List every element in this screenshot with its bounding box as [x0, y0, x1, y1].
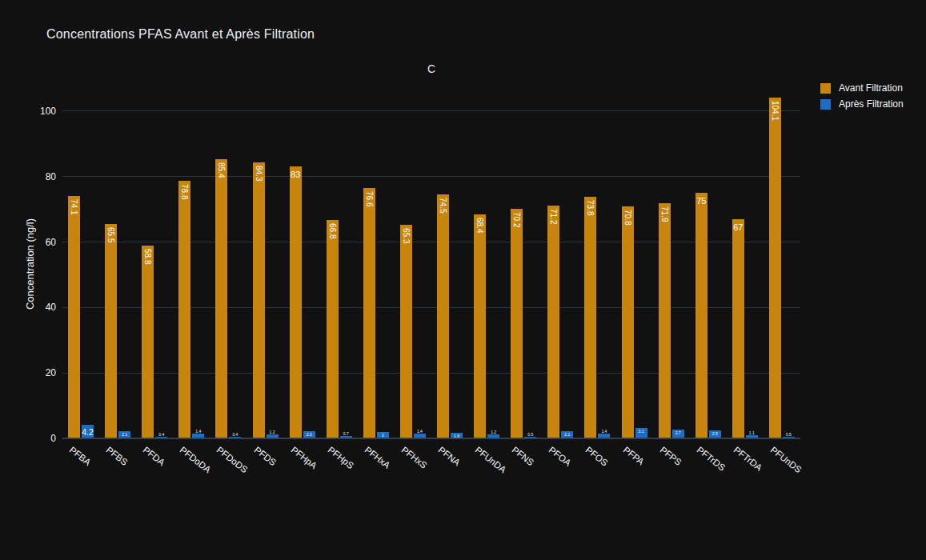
bar-avant-PFDoDS[interactable]	[215, 159, 227, 438]
bar-label-apres-PFDoDS: 0.4	[226, 432, 244, 437]
x-tick-label-PFDS: PFDS	[252, 445, 278, 467]
y-tick-label-40: 40	[24, 302, 56, 313]
bar-avant-PFDS[interactable]	[253, 162, 265, 438]
x-tick-label-PFTrDA: PFTrDA	[732, 445, 764, 473]
x-tick-label-PFUnDS: PFUnDS	[769, 445, 804, 474]
bar-label-avant-PFPA: 70.8	[623, 210, 632, 225]
bar-label-avant-PFUnDS: 104.1	[771, 101, 780, 121]
gridline-20	[62, 373, 800, 374]
bar-avant-PFOS[interactable]	[584, 197, 596, 438]
y-tick-label-0: 0	[24, 433, 56, 444]
bar-label-avant-PFHxS: 65.3	[402, 228, 411, 243]
x-tick-label-PFOS: PFOS	[584, 445, 610, 468]
bar-avant-PFHxS[interactable]	[400, 225, 412, 438]
bar-label-avant-PFOS: 73.8	[586, 200, 595, 215]
bar-avant-PFDoDA[interactable]	[178, 181, 190, 438]
y-axis-title: Concentration (ng/l)	[24, 218, 36, 310]
legend-label-apres: Après Filtration	[839, 98, 904, 110]
x-tick-label-PFHpA: PFHpA	[289, 445, 319, 470]
gridline-100	[62, 110, 800, 111]
bar-avant-PFBA[interactable]	[68, 196, 80, 438]
bar-label-avant-PFOA: 71.2	[549, 209, 558, 224]
bar-avant-PFHxA[interactable]	[363, 188, 375, 438]
bar-avant-PFPA[interactable]	[622, 206, 634, 438]
bar-label-apres-PFHpS: 0.7	[337, 431, 355, 436]
bar-label-apres-PFUnDS: 0.5	[780, 432, 798, 437]
bar-label-apres-PFDA: 0.4	[152, 432, 170, 437]
bar-label-apres-PFUnDA: 1.2	[484, 430, 503, 434]
bar-label-avant-PFDS: 84.3	[255, 166, 263, 181]
bar-label-apres-PFNS: 0.5	[521, 432, 539, 437]
legend-swatch-apres-icon	[820, 99, 831, 110]
bar-label-apres-PFBA: 4.2	[80, 427, 95, 437]
chart-canvas: Concentrations PFAS Avant et Après Filtr…	[0, 0, 926, 560]
x-tick-label-PFHpS: PFHpS	[326, 445, 355, 470]
bar-label-apres-PFHpA: 2.3	[300, 432, 319, 437]
bar-avant-PFOA[interactable]	[547, 206, 559, 438]
bar-label-avant-PFNA: 74.5	[439, 198, 447, 213]
bar-label-apres-PFTrDS: 2.5	[706, 431, 724, 436]
x-tick-label-PFDA: PFDA	[142, 445, 167, 467]
x-tick-label-PFTrDS: PFTrDS	[695, 445, 727, 473]
x-tick-label-PFDoDS: PFDoDS	[215, 445, 250, 474]
gridline-40	[62, 307, 800, 308]
chart-subtitle: C	[62, 62, 800, 75]
bar-avant-PFPS[interactable]	[659, 203, 671, 438]
bar-avant-PFTrDS[interactable]	[696, 193, 708, 438]
bar-label-apres-PFOA: 2.1	[558, 432, 576, 437]
bar-label-apres-PFPA: 3.1	[632, 429, 651, 434]
bar-avant-PFUnDA[interactable]	[474, 214, 486, 438]
y-tick-label-80: 80	[24, 171, 56, 182]
y-tick-label-20: 20	[24, 367, 56, 378]
bar-label-apres-PFPS: 2.7	[669, 430, 687, 435]
bar-avant-PFHpA[interactable]	[290, 166, 302, 438]
x-tick-label-PFHxS: PFHxS	[400, 445, 429, 470]
bar-avant-PFNA[interactable]	[437, 194, 449, 438]
x-tick-label-PFDoDA: PFDoDA	[178, 445, 213, 474]
x-tick-label-PFUnDA: PFUnDA	[474, 445, 508, 474]
bar-avant-PFBS[interactable]	[105, 224, 117, 438]
bar-label-apres-PFBS: 2.1	[115, 432, 134, 437]
bar-label-apres-PFHxS: 1.4	[411, 429, 429, 434]
legend-item-avant-filtration[interactable]: Avant Filtration	[820, 82, 904, 94]
bar-label-avant-PFUnDA: 68.4	[475, 218, 484, 233]
bar-label-avant-PFBA: 74.1	[70, 199, 78, 214]
bar-label-apres-PFDoDA: 1.4	[189, 429, 207, 434]
bar-label-apres-PFOS: 1.4	[595, 429, 613, 434]
x-tick-label-PFOA: PFOA	[547, 445, 573, 468]
bar-avant-PFDA[interactable]	[142, 246, 154, 438]
x-tick-label-PFBA: PFBA	[68, 445, 93, 467]
gridline-80	[62, 176, 800, 177]
bar-label-avant-PFDoDA: 78.8	[180, 184, 189, 199]
bar-label-avant-PFDoDS: 85.4	[217, 162, 226, 178]
bar-label-apres-PFDS: 1.2	[263, 430, 282, 434]
bar-label-avant-PFBS: 65.5	[106, 227, 115, 242]
y-tick-label-100: 100	[24, 106, 56, 117]
bar-label-avant-PFTrDS: 75	[694, 196, 709, 206]
y-tick-label-60: 60	[24, 237, 56, 248]
bar-avant-PFTrDA[interactable]	[732, 219, 744, 438]
plot-area: 02040608010074.14.2PFBA65.52.1PFBS58.80.…	[62, 84, 800, 438]
bar-label-avant-PFDA: 58.8	[143, 249, 152, 264]
bar-label-apres-PFTrDA: 1.1	[743, 430, 761, 435]
chart-title: Concentrations PFAS Avant et Après Filtr…	[46, 27, 315, 42]
bar-label-avant-PFPS: 71.9	[660, 206, 669, 222]
bar-label-avant-PFHpS: 66.8	[328, 223, 337, 238]
x-tick-label-PFPS: PFPS	[658, 445, 683, 467]
x-axis-zeroline	[62, 438, 800, 439]
legend-item-apres-filtration[interactable]: Après Filtration	[820, 98, 904, 110]
bar-label-avant-PFHxA: 76.6	[365, 191, 374, 206]
bar-avant-PFUnDS[interactable]	[769, 98, 781, 438]
legend: Avant Filtration Après Filtration	[820, 82, 904, 114]
x-tick-label-PFBS: PFBS	[105, 445, 130, 467]
gridline-60	[62, 242, 800, 242]
bar-label-avant-PFHpA: 83	[288, 170, 303, 179]
x-tick-label-PFNS: PFNS	[511, 445, 536, 467]
legend-label-avant: Avant Filtration	[839, 82, 903, 94]
x-tick-label-PFNA: PFNA	[437, 445, 463, 467]
bar-avant-PFHpS[interactable]	[327, 220, 339, 438]
bar-label-apres-PFHxA: 2	[374, 433, 392, 438]
bar-avant-PFNS[interactable]	[511, 209, 523, 438]
legend-swatch-avant-icon	[820, 83, 831, 94]
x-tick-label-PFHxA: PFHxA	[363, 445, 391, 470]
